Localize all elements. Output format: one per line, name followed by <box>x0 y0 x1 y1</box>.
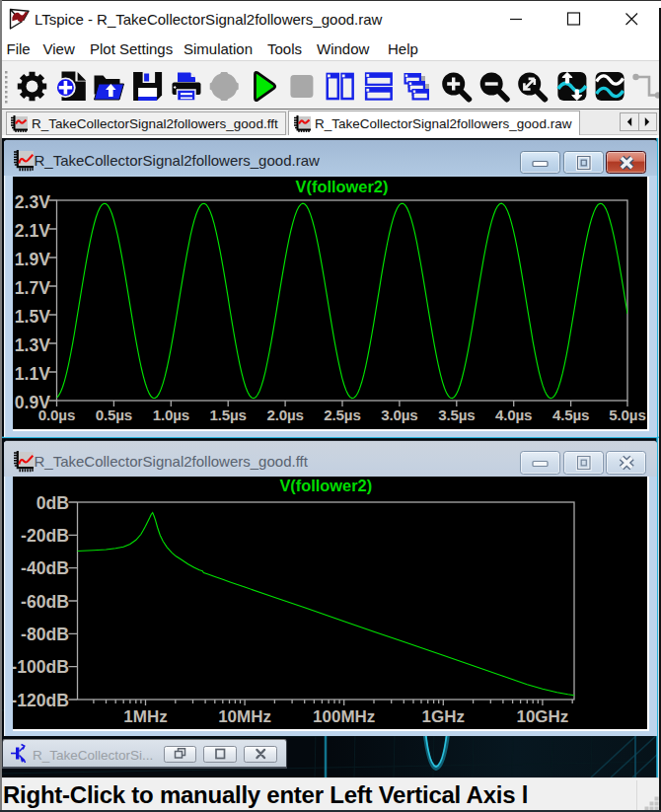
svg-text:1GHz: 1GHz <box>421 706 464 725</box>
svg-text:1.7V: 1.7V <box>14 278 49 298</box>
svg-text:10MHz: 10MHz <box>218 706 271 725</box>
svg-text:0.5µs: 0.5µs <box>95 406 131 423</box>
svg-text:0dB: 0dB <box>36 492 68 512</box>
svg-text:2.5µs: 2.5µs <box>324 406 360 423</box>
svg-text:-40dB: -40dB <box>21 558 69 578</box>
svg-text:-100dB: -100dB <box>13 657 69 677</box>
svg-text:-80dB: -80dB <box>21 624 69 643</box>
svg-text:2.3V: 2.3V <box>14 192 49 212</box>
svg-text:2.1V: 2.1V <box>14 221 49 241</box>
svg-text:100MHz: 100MHz <box>313 706 375 725</box>
svg-text:10GHz: 10GHz <box>516 706 568 725</box>
svg-text:5.0µs: 5.0µs <box>609 406 645 423</box>
svg-text:3.0µs: 3.0µs <box>381 406 417 423</box>
svg-text:V(follower2): V(follower2) <box>279 477 372 494</box>
svg-text:1.1V: 1.1V <box>14 364 49 384</box>
svg-text:3.5µs: 3.5µs <box>438 406 475 423</box>
svg-text:-20dB: -20dB <box>21 525 69 545</box>
svg-text:0.0µs: 0.0µs <box>37 406 74 423</box>
svg-text:4.5µs: 4.5µs <box>551 406 588 423</box>
svg-text:1.0µs: 1.0µs <box>152 406 188 423</box>
svg-text:1.3V: 1.3V <box>14 335 49 355</box>
svg-text:1.5µs: 1.5µs <box>209 406 246 423</box>
svg-text:1.5V: 1.5V <box>14 307 49 327</box>
svg-text:4.0µs: 4.0µs <box>495 406 532 423</box>
svg-text:2.0µs: 2.0µs <box>266 406 303 423</box>
svg-text:-120dB: -120dB <box>13 690 69 709</box>
svg-text:1MHz: 1MHz <box>123 706 167 725</box>
svg-text:V(follower2): V(follower2) <box>295 178 388 195</box>
svg-text:1.9V: 1.9V <box>14 250 49 269</box>
svg-text:-60dB: -60dB <box>21 591 69 611</box>
